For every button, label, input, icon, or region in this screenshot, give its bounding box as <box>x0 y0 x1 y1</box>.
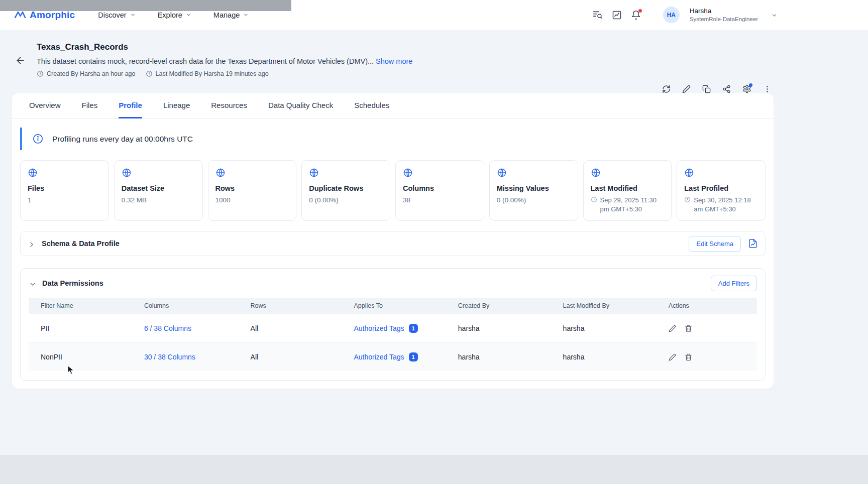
cell-filter-name: PII <box>29 314 132 343</box>
page-title: Texas_Crash_Records <box>37 42 412 52</box>
clock-icon <box>37 70 44 77</box>
tab-bar: Overview Files Profile Lineage Resources… <box>12 93 774 118</box>
footer-area <box>0 455 868 484</box>
nav-item-discover[interactable]: Discover <box>98 11 135 19</box>
user-name: Harsha <box>690 7 758 16</box>
edit-icon[interactable] <box>669 353 676 361</box>
authorized-tags-link[interactable]: Authorized Tags <box>354 353 404 361</box>
stat-value: 1 <box>28 196 101 205</box>
row-actions <box>669 325 752 332</box>
tag-count-badge: 1 <box>409 324 418 333</box>
permissions-table: Filter Name Columns Rows Applies To Crea… <box>29 298 757 371</box>
columns-link[interactable]: 6 / 38 Columns <box>144 324 191 332</box>
back-arrow-icon[interactable] <box>15 55 26 66</box>
stat-label: Last Profiled <box>684 184 758 192</box>
stat-value-text: Sep 29, 2025 11:30 pm GMT+5:30 <box>600 196 665 213</box>
share-icon[interactable] <box>722 85 731 93</box>
avatar-initials: HA <box>667 12 676 19</box>
dataset-meta: Created By Harsha an hour ago Last Modif… <box>37 70 412 77</box>
col-header-rows: Rows <box>239 298 342 314</box>
col-header-applies-to: Applies To <box>342 298 446 314</box>
globe-icon <box>591 168 601 178</box>
global-search-icon[interactable] <box>592 10 603 20</box>
cell-filter-name: NonPII <box>29 343 132 372</box>
stat-card-duplicate-rows: Duplicate Rows 0 (0.00%) <box>301 160 390 221</box>
nav-menus: Discover Explore Manage <box>98 11 249 19</box>
notifications-bell-icon[interactable] <box>631 10 641 20</box>
reload-icon[interactable] <box>662 85 671 93</box>
chevron-down-icon[interactable] <box>29 279 37 287</box>
col-header-actions: Actions <box>657 298 757 314</box>
profile-stats-row: Files 1 Dataset Size 0.32 MB Rows 1000 D… <box>20 160 766 221</box>
page-header: Texas_Crash_Records This dataset contain… <box>0 30 868 86</box>
created-by-text: Created By Harsha an hour ago <box>47 70 136 77</box>
stat-value: Sep 29, 2025 11:30 pm GMT+5:30 <box>591 196 665 213</box>
settings-notification-dot <box>749 83 752 87</box>
user-menu[interactable]: Harsha SystemRole-DataEngineer <box>690 7 758 23</box>
chevron-right-icon[interactable] <box>28 239 36 248</box>
edit-icon[interactable] <box>682 85 691 93</box>
stat-label: Last Modified <box>591 184 665 192</box>
edit-icon[interactable] <box>669 325 676 332</box>
cell-modified-by: harsha <box>551 343 657 372</box>
copy-icon[interactable] <box>702 85 711 93</box>
col-header-last-modified-by: Last Modified By <box>551 298 657 314</box>
tab-lineage[interactable]: Lineage <box>163 93 190 118</box>
columns-link[interactable]: 30 / 38 Columns <box>144 353 195 361</box>
tab-files[interactable]: Files <box>82 93 98 118</box>
delete-trash-icon[interactable] <box>685 353 692 361</box>
globe-icon <box>28 168 38 178</box>
authorized-tags-link[interactable]: Authorized Tags <box>354 324 404 332</box>
stat-card-files: Files 1 <box>20 160 109 221</box>
table-row: NonPII 30 / 38 Columns All Authorized Ta… <box>29 343 757 372</box>
settings-gear-icon[interactable] <box>742 84 751 93</box>
modified-by-text: Last Modified By Harsha 19 minutes ago <box>156 70 269 77</box>
nav-item-explore[interactable]: Explore <box>158 11 191 19</box>
show-more-link[interactable]: Show more <box>376 57 412 65</box>
stat-label: Missing Values <box>497 184 571 192</box>
stat-card-rows: Rows 1000 <box>208 160 297 221</box>
more-options-icon[interactable] <box>763 85 772 93</box>
data-permissions-title: Data Permissions <box>42 279 103 287</box>
globe-icon <box>684 168 694 178</box>
globe-icon <box>309 168 319 178</box>
download-schema-file-icon[interactable] <box>748 238 758 249</box>
data-permissions-header: Data Permissions Add Filters <box>21 269 765 298</box>
nav-item-manage[interactable]: Manage <box>213 11 249 19</box>
page-actions <box>662 84 772 93</box>
globe-icon <box>403 168 413 178</box>
add-filters-button[interactable]: Add Filters <box>711 276 757 291</box>
row-actions <box>669 353 752 361</box>
stat-label: Columns <box>403 184 477 192</box>
globe-icon <box>497 168 507 178</box>
stat-label: Files <box>28 184 101 192</box>
stat-card-last-modified: Last Modified Sep 29, 2025 11:30 pm GMT+… <box>583 160 672 221</box>
tab-resources[interactable]: Resources <box>211 93 247 118</box>
cell-created-by: harsha <box>446 314 551 343</box>
dataset-description: This dataset contains mock, record-level… <box>37 57 412 65</box>
tab-data-quality-check[interactable]: Data Quality Check <box>268 93 333 118</box>
stat-label: Duplicate Rows <box>309 184 383 192</box>
chevron-down-icon <box>186 12 191 18</box>
edit-schema-button[interactable]: Edit Schema <box>689 236 741 252</box>
stat-value: Sep 30, 2025 12:18 am GMT+5:30 <box>684 196 758 213</box>
user-role: SystemRole-DataEngineer <box>690 16 758 23</box>
redacted-strip <box>0 0 291 11</box>
delete-trash-icon[interactable] <box>685 325 692 332</box>
stat-value: 1000 <box>215 196 289 205</box>
cell-modified-by: harsha <box>551 314 657 343</box>
avatar[interactable]: HA <box>663 7 680 23</box>
schema-section-title: Schema & Data Profile <box>42 239 120 248</box>
cell-rows: All <box>239 314 342 343</box>
chevron-down-icon <box>243 12 249 18</box>
tab-profile[interactable]: Profile <box>119 93 142 118</box>
nav-right-cluster: HA Harsha SystemRole-DataEngineer <box>592 7 778 23</box>
tab-overview[interactable]: Overview <box>29 93 61 118</box>
insights-chart-icon[interactable] <box>612 10 622 20</box>
tab-schedules[interactable]: Schedules <box>354 93 389 118</box>
col-header-filter-name: Filter Name <box>29 298 132 314</box>
col-header-created-by: Created By <box>446 298 551 314</box>
user-menu-chevron-icon[interactable] <box>771 11 778 20</box>
globe-icon <box>215 168 226 178</box>
stat-card-missing-values: Missing Values 0 (0.00%) <box>489 160 578 221</box>
